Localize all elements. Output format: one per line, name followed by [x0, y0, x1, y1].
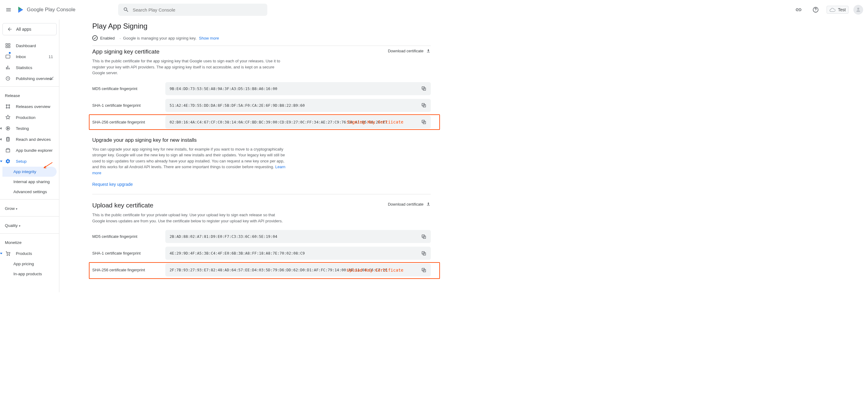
copy-icon[interactable]	[421, 103, 427, 108]
sidebar-item-reach[interactable]: Reach and devices	[2, 134, 57, 145]
divider	[0, 86, 59, 87]
inbox-count: 11	[49, 55, 53, 59]
chevron-down-icon: ▾	[16, 207, 18, 210]
upload-cert-desc: This is the public certificate for your …	[92, 212, 284, 224]
download-icon	[426, 48, 431, 53]
svg-rect-7	[6, 46, 7, 48]
download-icon	[426, 202, 431, 207]
account-chip[interactable]: Test	[827, 6, 848, 14]
nav-label: App pricing	[13, 262, 34, 266]
upgrade-title: Upgrade your app signing key for new ins…	[92, 137, 431, 143]
fp-label: SHA-256 certificate fingerprint	[92, 268, 165, 272]
back-all-apps[interactable]: All apps	[2, 23, 57, 35]
svg-rect-12	[9, 68, 9, 69]
unpublished-icon	[49, 76, 54, 81]
svg-rect-21	[7, 138, 9, 141]
check-circle-icon	[92, 35, 98, 41]
copy-icon[interactable]	[421, 86, 427, 91]
help-icon[interactable]	[810, 4, 822, 16]
nav-label: Statistics	[16, 65, 32, 70]
signing-cert-title: App signing key certificate	[92, 48, 159, 55]
releases-icon	[5, 104, 11, 109]
avatar[interactable]	[854, 5, 863, 14]
nav-label: Setup	[16, 159, 27, 164]
svg-rect-22	[6, 149, 10, 152]
svg-rect-11	[8, 66, 8, 69]
sidebar-item-products[interactable]: Products	[2, 248, 57, 259]
section-quality[interactable]: Quality▾	[2, 219, 57, 231]
divider	[0, 199, 59, 200]
signing-cert-desc: This is the public certificate for the a…	[92, 58, 284, 76]
request-key-upgrade-button[interactable]: Request key upgrade	[92, 182, 431, 187]
svg-point-14	[6, 105, 7, 106]
download-signing-cert-button[interactable]: Download certificate	[388, 48, 431, 53]
sidebar-item-app-integrity[interactable]: App integrity	[2, 167, 57, 177]
sidebar-item-production[interactable]: Production	[2, 112, 57, 123]
upload-sha256-row: SHA-256 certificate fingerprint 2F:7B:93…	[92, 264, 431, 276]
copy-icon[interactable]	[421, 251, 427, 256]
sidebar-item-inapp-products[interactable]: In-app products	[2, 269, 57, 279]
svg-rect-9	[6, 55, 10, 59]
show-more-link[interactable]: Show more	[199, 36, 219, 40]
svg-point-4	[857, 8, 860, 10]
logo-text: Google Play Console	[27, 7, 75, 13]
cloud-icon	[829, 8, 835, 12]
hamburger-menu-icon[interactable]	[5, 6, 12, 13]
search-input[interactable]	[133, 7, 262, 12]
svg-rect-8	[8, 46, 10, 48]
sidebar-item-app-pricing[interactable]: App pricing	[2, 259, 57, 269]
svg-point-17	[9, 107, 10, 108]
nav-label: App bundle explorer	[16, 148, 53, 153]
copy-icon[interactable]	[421, 119, 427, 125]
enabled-label: Enabled	[100, 36, 115, 40]
status-row: Enabled · Google is managing your app si…	[92, 35, 431, 46]
sidebar-item-statistics[interactable]: Statistics	[2, 62, 57, 73]
nav-label: Reach and devices	[16, 137, 51, 142]
fp-label: MD5 certificate fingerprint	[92, 86, 165, 91]
signing-sha1-row: SHA-1 certificate fingerprint 51:A2:4E:7…	[92, 99, 431, 112]
sidebar-item-advanced-settings[interactable]: Advanced settings	[2, 187, 57, 197]
publishing-icon	[5, 76, 11, 81]
upload-md5-row: MD5 certificate fingerprint 2B:AD:88:02:…	[92, 230, 431, 243]
link-icon[interactable]	[793, 4, 805, 16]
svg-point-24	[9, 255, 9, 255]
play-console-logo-icon	[17, 6, 24, 13]
section-grow[interactable]: Grow▾	[2, 202, 57, 214]
reach-icon	[5, 137, 11, 142]
nav-label: Inbox	[16, 55, 26, 59]
fp-label: SHA-1 certificate fingerprint	[92, 103, 165, 108]
sidebar-item-internal-sharing[interactable]: Internal app sharing	[2, 177, 57, 187]
dashboard-icon	[5, 43, 11, 48]
fp-value: 2F:7B:93:27:93:E7:82:48:AD:64:57:EE:D4:0…	[165, 264, 431, 276]
logo[interactable]: Google Play Console	[17, 6, 75, 13]
sidebar-item-inbox[interactable]: Inbox 11	[2, 51, 57, 62]
section-release: Release	[2, 89, 57, 101]
copy-icon[interactable]	[421, 267, 427, 273]
download-upload-cert-button[interactable]: Download certificate	[388, 202, 431, 207]
nav-label: Advanced settings	[13, 189, 47, 194]
sidebar-item-dashboard[interactable]: Dashboard	[2, 40, 57, 51]
svg-rect-6	[8, 43, 10, 45]
sidebar-item-publishing[interactable]: Publishing overview	[2, 73, 57, 84]
svg-point-23	[7, 255, 8, 255]
sidebar-item-testing[interactable]: Testing	[2, 123, 57, 134]
fp-label: SHA-256 certificate fingerprint	[92, 120, 165, 125]
download-label: Download certificate	[388, 202, 424, 207]
upload-sha1-row: SHA-1 certificate fingerprint 4E:29:9D:4…	[92, 247, 431, 260]
download-label: Download certificate	[388, 49, 424, 53]
header: Google Play Console Test	[0, 0, 868, 20]
bundle-icon	[5, 147, 11, 153]
production-icon	[5, 115, 11, 120]
nav-label: Production	[16, 115, 36, 120]
status-text: Google is managing your app signing key.	[123, 36, 196, 40]
back-label: All apps	[16, 27, 31, 32]
svg-point-16	[6, 107, 7, 108]
sidebar-item-setup[interactable]: Setup	[2, 156, 57, 167]
svg-rect-5	[6, 43, 7, 45]
fp-label: MD5 certificate fingerprint	[92, 234, 165, 239]
search-box[interactable]	[118, 4, 267, 16]
sidebar-item-releases-overview[interactable]: Releases overview	[2, 101, 57, 112]
arrow-back-icon	[7, 27, 12, 32]
sidebar-item-bundle-explorer[interactable]: App bundle explorer	[2, 145, 57, 156]
copy-icon[interactable]	[421, 234, 427, 239]
